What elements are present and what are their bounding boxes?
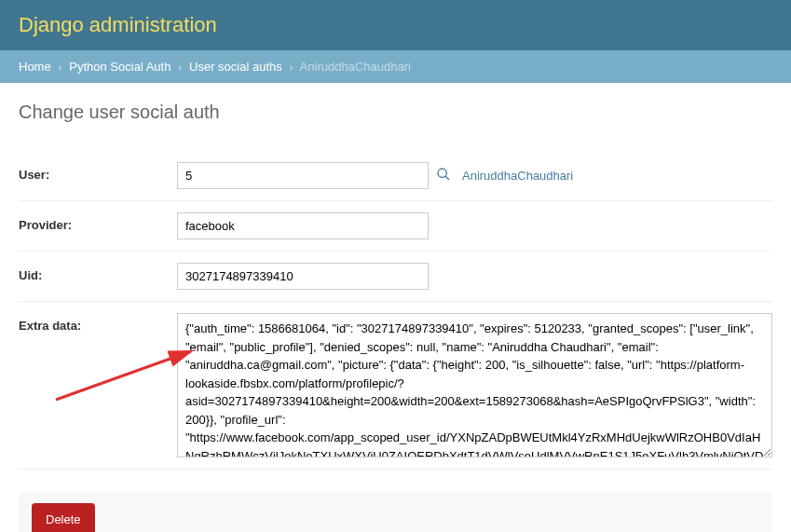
field-row-extra-data: Extra data: {"auth_time": 1586681064, "i… [19,302,772,470]
content-area: Change user social auth User: AniruddhaC… [0,83,791,532]
uid-label: Uid: [19,263,177,282]
svg-line-1 [445,176,449,180]
breadcrumb-sep: › [178,60,182,74]
provider-label: Provider: [19,212,177,232]
submit-row: Delete [19,492,772,532]
user-input[interactable] [177,162,429,189]
search-icon[interactable] [436,167,451,184]
field-row-uid: Uid: [19,252,772,302]
user-label: User: [19,162,177,182]
breadcrumb-home[interactable]: Home [19,60,51,74]
site-title[interactable]: Django administration [19,13,217,36]
svg-point-0 [438,169,446,177]
extra-data-textarea[interactable]: {"auth_time": 1586681064, "id": "3027174… [177,313,772,457]
admin-header: Django administration [0,0,791,50]
breadcrumb-sep: › [289,60,293,74]
breadcrumb-current: AniruddhaChaudhari [300,60,411,74]
delete-button[interactable]: Delete [32,503,95,532]
provider-input[interactable] [177,212,429,239]
page-title: Change user social auth [19,102,772,123]
breadcrumb-app[interactable]: Python Social Auth [69,60,170,74]
breadcrumb: Home › Python Social Auth › User social … [0,50,791,83]
uid-input[interactable] [177,263,429,290]
svg-line-2 [56,351,191,400]
field-row-user: User: AniruddhaChaudhari [19,151,772,201]
breadcrumb-sep: › [58,60,61,74]
related-user-link[interactable]: AniruddhaChaudhari [462,169,573,183]
breadcrumb-model[interactable]: User social auths [189,60,282,74]
extra-data-label: Extra data: [19,313,177,333]
field-row-provider: Provider: [19,201,772,252]
